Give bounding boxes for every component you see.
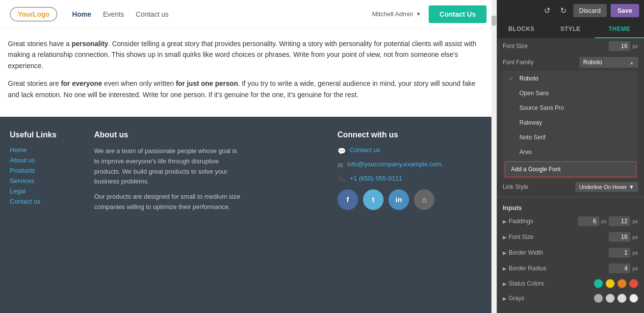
nav-events[interactable]: Events — [103, 10, 124, 18]
gray-dot-3[interactable] — [618, 294, 626, 303]
footer-about: About us We are a team of passionate peo… — [94, 130, 243, 303]
preview-scrollbar[interactable] — [491, 0, 496, 313]
scrollbar-thumb[interactable] — [491, 16, 496, 26]
font-option-sourcesans[interactable]: Source Sans Pro — [503, 101, 638, 115]
site-header: YourLogo Home Events Contact us Mitchell… — [0, 0, 496, 28]
font-option-label: Roboto — [519, 75, 539, 82]
gray-dot-4[interactable] — [629, 294, 638, 303]
para2-mid: even when only written — [102, 79, 176, 87]
content-para1: Great stories have a personality. Consid… — [8, 38, 487, 71]
font-option-raleway[interactable]: Raleway — [503, 115, 638, 130]
link-style-arrow-icon: ▼ — [629, 184, 634, 190]
admin-label: Mitchell Admin — [372, 10, 413, 18]
input-font-size-input[interactable]: px — [609, 232, 638, 242]
footer-link-contact[interactable]: Contact us — [10, 198, 84, 205]
linkedin-icon[interactable]: in — [388, 189, 409, 210]
border-radius-value[interactable] — [609, 263, 630, 273]
font-option-label: Raleway — [519, 119, 542, 126]
font-option-label: Arvo — [519, 149, 532, 156]
font-option-add-google[interactable]: Add a Google Font — [505, 161, 636, 177]
status-color-dots — [594, 279, 638, 288]
undo-button[interactable]: ↺ — [541, 5, 553, 16]
border-width-arrow-icon: ▶ — [503, 250, 507, 256]
link-style-dropdown[interactable]: Underline On Hover ▼ — [575, 182, 638, 192]
input-font-unit: px — [632, 234, 638, 240]
font-option-label: Noto Serif — [519, 134, 545, 141]
border-width-value[interactable] — [609, 248, 630, 258]
input-font-size-arrow-icon: ▶ — [503, 235, 507, 240]
font-option-roboto[interactable]: ✓ Roboto — [503, 71, 638, 86]
footer-link-about[interactable]: About us — [10, 156, 84, 164]
panel-tabs: BLOCKS STYLE THEME — [497, 21, 644, 38]
add-google-label: Add a Google Font — [511, 166, 561, 173]
tab-style[interactable]: STYLE — [546, 21, 595, 38]
save-button[interactable]: Save — [611, 4, 639, 17]
paddings-inputs[interactable]: px px — [578, 216, 638, 226]
font-size-value[interactable] — [609, 41, 630, 51]
gray-dot-1[interactable] — [594, 294, 603, 303]
border-radius-input[interactable]: px — [609, 263, 638, 273]
padding-val1[interactable] — [578, 216, 599, 226]
logo[interactable]: YourLogo — [10, 7, 57, 22]
link-style-value: Underline On Hover — [579, 184, 627, 190]
logo-logo: Logo — [33, 10, 50, 18]
gray-dot-2[interactable] — [606, 294, 615, 303]
font-option-arvo[interactable]: Arvo — [503, 145, 638, 159]
content-para2: Great stories are for everyone even when… — [8, 78, 487, 100]
paddings-label: Paddings — [509, 218, 578, 225]
status-color-orange[interactable] — [618, 279, 626, 288]
contact-button[interactable]: Contact Us — [429, 5, 487, 23]
nav-home[interactable]: Home — [72, 10, 91, 18]
border-width-label: Border Width — [509, 249, 609, 256]
nav: Home Events Contact us — [72, 10, 372, 18]
border-radius-row: ▶ Border Radius px — [497, 261, 644, 276]
font-size-input[interactable]: px — [609, 41, 638, 51]
para2-bold2: for just one person — [176, 79, 238, 87]
input-font-size-value[interactable] — [609, 232, 630, 242]
footer-link-services[interactable]: Services — [10, 177, 84, 184]
para2-bold1: for everyone — [61, 79, 102, 87]
link-style-label: Link Style — [503, 183, 575, 190]
font-family-label: Font Family — [503, 59, 579, 66]
check-icon: ✓ — [509, 75, 515, 82]
email-icon: ✉ — [337, 161, 343, 169]
font-list: ✓ Roboto Open Sans Source Sans Pro Ralew… — [503, 71, 638, 179]
tab-blocks[interactable]: BLOCKS — [497, 21, 546, 38]
status-color-green[interactable] — [594, 279, 603, 288]
footer-link-products[interactable]: Products — [10, 167, 84, 174]
inputs-header: Inputs — [497, 199, 644, 213]
home-social-icon[interactable]: ⌂ — [414, 189, 435, 210]
padding-val2[interactable] — [609, 216, 630, 226]
status-colors-label: Status Colors — [509, 280, 594, 287]
about-para1: We are a team of passionate people whose… — [94, 146, 243, 187]
discard-button[interactable]: Discard — [573, 4, 607, 17]
status-color-yellow[interactable] — [606, 279, 615, 288]
header-right: Mitchell Admin ▼ Contact Us — [372, 5, 487, 23]
font-option-notoserif[interactable]: Noto Serif — [503, 130, 638, 145]
facebook-icon[interactable]: f — [337, 189, 358, 210]
font-option-opensans[interactable]: Open Sans — [503, 86, 638, 101]
font-family-dropdown[interactable]: Roboto ▲ — [579, 57, 638, 68]
status-color-red[interactable] — [629, 279, 638, 288]
paddings-row: ▶ Paddings px px — [497, 213, 644, 229]
input-font-size-label: Font Size — [509, 234, 609, 240]
panel-content[interactable]: Font Size px Font Family Roboto ▲ ✓ Robo… — [497, 38, 644, 313]
tab-theme[interactable]: THEME — [595, 21, 644, 38]
footer-link-home[interactable]: Home — [10, 146, 84, 154]
footer-link-legal[interactable]: Legal — [10, 187, 84, 195]
admin-arrow-icon: ▼ — [416, 11, 421, 17]
chat-icon: 💬 — [337, 147, 346, 155]
para1-pre: Great stories have a — [8, 40, 72, 48]
nav-contact[interactable]: Contact us — [136, 10, 169, 18]
admin-dropdown[interactable]: Mitchell Admin ▼ — [372, 10, 421, 18]
border-width-input[interactable]: px — [609, 248, 638, 258]
twitter-icon[interactable]: t — [363, 189, 384, 210]
contact-link[interactable]: Contact us — [350, 146, 380, 154]
about-para2: Our products are designed for small to m… — [94, 192, 243, 212]
contact-item-link: 💬 Contact us — [337, 146, 487, 156]
font-size-label: Font Size — [503, 43, 609, 50]
border-width-unit: px — [632, 250, 638, 256]
email-link[interactable]: info@yourcompany.example.com — [347, 160, 441, 168]
redo-button[interactable]: ↻ — [557, 5, 569, 16]
preview-panel: YourLogo Home Events Contact us Mitchell… — [0, 0, 497, 313]
